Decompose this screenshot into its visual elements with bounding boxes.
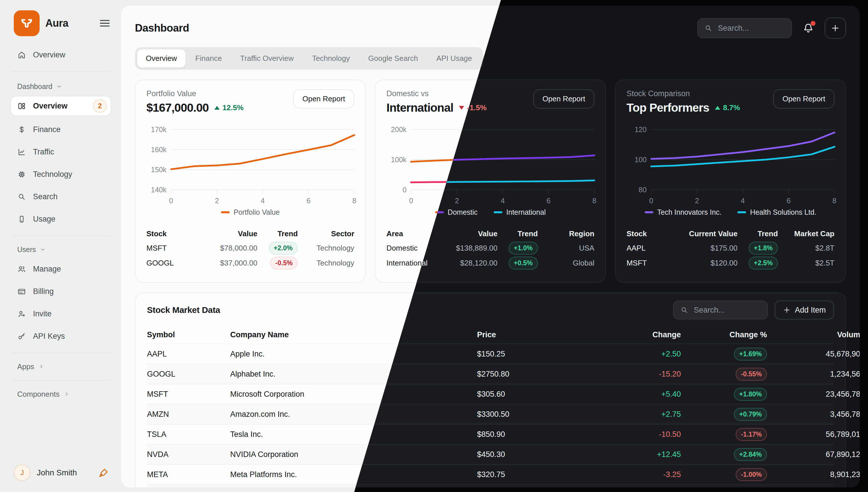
sidebar-link-components[interactable]: Components [10, 386, 111, 402]
cell-symbol: META [147, 470, 230, 479]
global-search[interactable] [697, 18, 792, 38]
cell-symbol: TSLA [147, 430, 230, 439]
table-row: AAPL$175.00+1.8%$2.8T [627, 241, 835, 255]
cell-change-pct: +0.79% [681, 408, 767, 421]
cell-price: $3300.50 [477, 410, 612, 419]
down-triangle-icon [459, 106, 464, 109]
dollar-icon [17, 125, 26, 134]
cell-symbol: GOOGL [147, 370, 230, 378]
cpu-icon [17, 170, 26, 179]
legend-item: Domestic [435, 208, 478, 217]
card-table-header: StockCurrent ValueTrendMarket Cap [627, 227, 835, 241]
open-report-button[interactable]: Open Report [773, 89, 835, 108]
sidebar-toggle-button[interactable] [98, 17, 111, 30]
x-axis-label: 2 [455, 197, 459, 205]
cell-trend: +2.5% [737, 256, 778, 270]
tab-google-search[interactable]: Google Search [359, 49, 426, 68]
chart-legend: Tech Innovators Inc.Health Solutions Ltd… [627, 208, 835, 217]
cell-symbol: NVDA [147, 450, 230, 459]
sidebar-item-finance[interactable]: Finance [10, 118, 111, 141]
sidebar-section-label[interactable]: Users [10, 241, 111, 258]
notifications-button[interactable] [800, 20, 816, 36]
legend-swatch [221, 211, 230, 213]
table-row: MSFT$78,000.00+2.0%Technology [146, 241, 354, 255]
sidebar-divider [13, 380, 109, 380]
sidebar-item-label: Technology [33, 170, 72, 179]
x-axis-tick [262, 190, 263, 194]
global-search-input[interactable] [717, 24, 785, 33]
change-pct-badge: +1.80% [734, 388, 767, 401]
cell-change: -10.50 [612, 430, 681, 439]
x-axis-tick [788, 190, 789, 194]
cell-change-pct: -1.00% [681, 468, 767, 481]
cell-extra: Technology [298, 259, 354, 268]
sidebar-link-apps[interactable]: Apps [10, 358, 111, 375]
tab-overview[interactable]: Overview [137, 49, 185, 68]
y-axis: 170k160k150k140k [146, 129, 171, 190]
sidebar-item-api-keys[interactable]: API Keys [10, 325, 111, 347]
tab-technology[interactable]: Technology [303, 49, 358, 68]
cell-value: $78,000.00 [197, 244, 257, 253]
user-profile[interactable]: J John Smith [10, 464, 111, 481]
cell-price: $2750.80 [477, 370, 612, 378]
market-search-input[interactable] [693, 305, 761, 315]
create-button[interactable] [825, 18, 846, 39]
theme-brush-button[interactable] [98, 467, 110, 479]
table-row: GOOGL$37,000.00-0.5%Technology [146, 255, 354, 270]
add-item-button[interactable]: Add Item [775, 300, 834, 319]
legend-item: International [494, 208, 546, 217]
open-report-button[interactable]: Open Report [293, 89, 354, 108]
tab-api-usage[interactable]: API Usage [428, 49, 480, 68]
trend-badge: +2.5% [749, 256, 778, 270]
trend-badge: -0.5% [270, 256, 298, 270]
x-axis-label: 4 [261, 197, 265, 205]
card-subtitle: Portfolio Value [146, 89, 244, 98]
brand-name: Aura [45, 17, 68, 29]
sidebar-item-label: Invite [33, 310, 52, 318]
cell-change-pct: +2.84% [681, 448, 767, 461]
cell-change: -15.20 [612, 370, 681, 378]
cell-volume: 67,890,123 [767, 450, 860, 459]
cell-volume: 23,456,789 [767, 390, 860, 399]
sidebar-item-technology[interactable]: Technology [10, 163, 111, 186]
column-header: Trend [257, 229, 298, 238]
x-axis-tick [354, 190, 354, 194]
tab-finance[interactable]: Finance [187, 49, 230, 68]
plot-area: 02468 [651, 129, 835, 190]
delta-value: -1.5% [467, 103, 487, 112]
userplus-icon [17, 310, 26, 318]
column-header-change: Change [612, 330, 681, 339]
sidebar-item-traffic[interactable]: Traffic [10, 141, 111, 163]
trend-badge: +1.8% [749, 242, 778, 254]
sidebar-item-overview-top[interactable]: Overview [10, 44, 111, 66]
cell-name: GOOGL [146, 259, 197, 268]
home-icon [17, 51, 26, 59]
chevron-down-icon [39, 246, 46, 253]
sidebar-item-overview[interactable]: Overview2 [10, 96, 111, 116]
chevron-right-icon [64, 391, 70, 397]
plot-area: 02468 [171, 129, 354, 190]
cell-symbol: AAPL [147, 350, 230, 359]
cell-price: $150.25 [477, 350, 612, 359]
sidebar-section-label[interactable]: Dashboard [10, 78, 111, 95]
sidebar-item-invite[interactable]: Invite [10, 302, 111, 325]
sidebar-item-billing[interactable]: Billing [10, 280, 111, 302]
sidebar-item-search[interactable]: Search [10, 186, 111, 208]
column-header-change-: Change % [681, 330, 767, 339]
sidebar-divider [13, 236, 109, 236]
market-search[interactable] [673, 300, 768, 319]
notification-dot [811, 21, 816, 26]
columns-icon [17, 102, 26, 110]
sidebar-item-usage[interactable]: Usage [10, 208, 111, 230]
column-header: Value [437, 229, 497, 238]
column-header: Value [197, 229, 257, 238]
y-axis: 12010080 [627, 129, 651, 190]
x-axis-label: 0 [409, 197, 413, 205]
open-report-button[interactable]: Open Report [533, 89, 594, 108]
sidebar-item-manage[interactable]: Manage [10, 258, 111, 280]
cell-change: +5.40 [612, 390, 681, 399]
y-axis-label: 100 [635, 155, 647, 164]
quick-link-label: Apps [17, 362, 34, 371]
search-icon [680, 306, 689, 314]
tab-traffic-overview[interactable]: Traffic Overview [232, 49, 302, 68]
